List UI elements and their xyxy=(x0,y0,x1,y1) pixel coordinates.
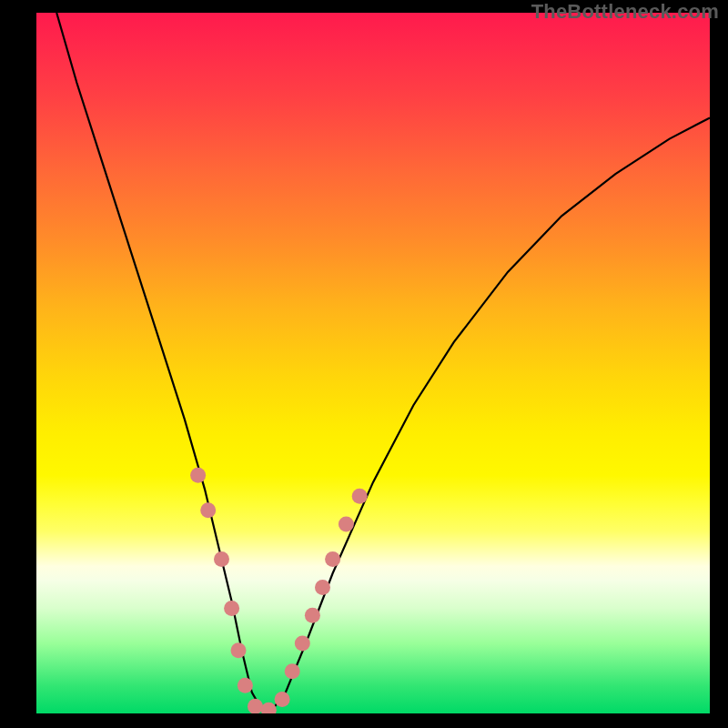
plot-background xyxy=(36,13,710,713)
chart-container: TheBottleneck.com xyxy=(0,0,728,728)
watermark-text: TheBottleneck.com xyxy=(531,0,719,24)
